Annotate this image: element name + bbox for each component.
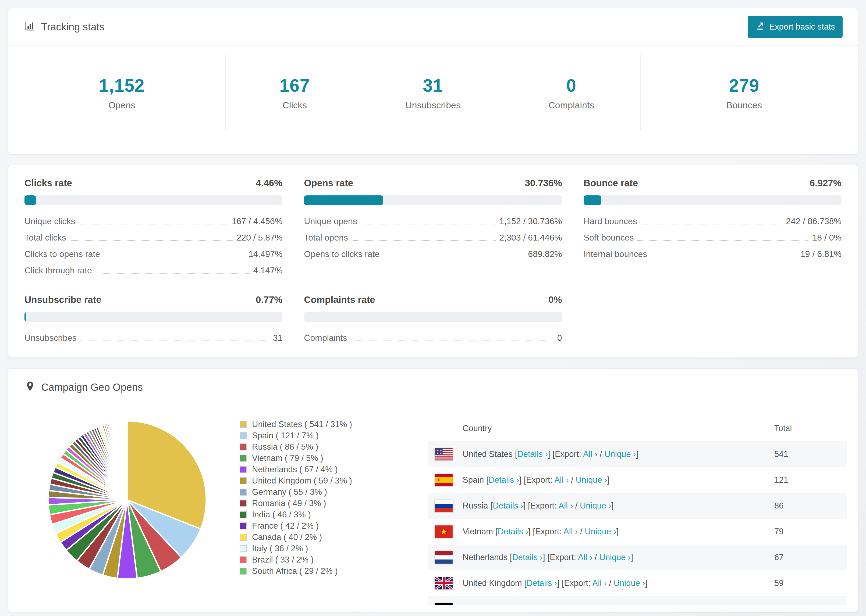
rate-row-value: 14.497% <box>249 249 282 259</box>
rate-block-unsubscribe-rate: Unsubscribe rate 0.77% Unsubscribes 31 <box>24 294 282 343</box>
export-all-link-united-states[interactable]: All › <box>583 449 597 459</box>
export-unique-link-united-states[interactable]: Unique › <box>604 449 636 459</box>
progress-track-unsubscribe-rate <box>24 312 282 322</box>
stat-card-unsubscribes: 31 Unsubscribes <box>364 55 502 130</box>
dotted-leader <box>641 224 783 225</box>
rate-row-unique-clicks: Unique clicks 167 / 4.456% <box>24 216 282 226</box>
total-cell: 55 <box>774 604 836 605</box>
dotted-leader <box>361 224 496 225</box>
export-unique-link-spain[interactable]: Unique › <box>576 475 607 485</box>
details-link-spain[interactable]: Details › <box>489 475 519 485</box>
details-link-russia[interactable]: Details › <box>493 501 523 511</box>
country-cell: Germany [Details ›] [Export: All › / Uni… <box>463 604 774 605</box>
legend-label: Spain ( 121 / 7% ) <box>252 431 319 440</box>
rate-row-label: Soft bounces <box>584 233 634 243</box>
rate-title: Unsubscribe rate <box>24 294 101 305</box>
summary-grid: 1,152 Opens167 Clicks31 Unsubscribes0 Co… <box>18 55 848 130</box>
export-basic-stats-button[interactable]: Export basic stats <box>748 16 842 38</box>
progress-fill <box>24 195 36 205</box>
details-link-vietnam[interactable]: Details › <box>498 527 528 536</box>
export-all-link-spain[interactable]: All › <box>554 475 568 485</box>
stat-value-complaints: 0 <box>566 75 576 96</box>
progress-fill <box>24 312 26 322</box>
export-all-link-netherlands[interactable]: All › <box>578 553 592 562</box>
details-link-netherlands[interactable]: Details › <box>512 553 543 562</box>
dotted-leader <box>351 341 553 341</box>
export-unique-link-netherlands[interactable]: Unique › <box>599 553 631 562</box>
rate-row-value: 242 / 86.738% <box>786 216 842 226</box>
geo-chart-area: United States ( 541 / 31% ) Spain ( 121 … <box>8 406 428 581</box>
details-link-united-kingdom[interactable]: Details › <box>527 578 557 588</box>
total-cell: 86 <box>774 501 836 511</box>
rate-row-value: 19 / 6.81% <box>800 249 842 259</box>
tracking-stats-card: Tracking stats Export basic stats 1,152 … <box>8 8 858 154</box>
export-unique-link-vietnam[interactable]: Unique › <box>585 527 616 536</box>
rate-title-row: Bounce rate 6.927% <box>584 178 842 189</box>
legend-label: Vietnam ( 79 / 5% ) <box>252 453 323 463</box>
legend-item-canada: Canada ( 40 / 2% ) <box>239 532 352 543</box>
geo-table-row-russia: Russia [Details ›] [Export: All › / Uniq… <box>428 493 847 519</box>
legend-item-south-africa: South Africa ( 29 / 2% ) <box>239 566 352 577</box>
rate-rows: Unique clicks 167 / 4.456% Total clicks … <box>24 216 282 275</box>
rate-row-label: Total clicks <box>24 233 66 243</box>
legend-label: Netherlands ( 67 / 4% ) <box>252 465 338 475</box>
stat-label-bounces: Bounces <box>726 100 762 110</box>
legend-swatch <box>239 534 247 541</box>
rate-row-label: Click through rate <box>24 266 92 275</box>
export-unique-link-germany[interactable]: Unique › <box>589 604 620 605</box>
export-button-label: Export basic stats <box>769 22 835 32</box>
rate-title-row: Complaints rate 0% <box>304 294 562 305</box>
flag-icon-es <box>435 474 453 486</box>
country-cell: Netherlands [Details ›] [Export: All › /… <box>463 553 774 562</box>
legend-swatch <box>239 466 247 473</box>
country-name: United States <box>463 449 513 459</box>
legend-item-germany: Germany ( 55 / 3% ) <box>239 486 352 498</box>
column-header-total: Total <box>774 424 836 433</box>
export-unique-link-russia[interactable]: Unique › <box>580 501 611 511</box>
rate-row-label: Unique opens <box>304 216 357 226</box>
rate-value: 0% <box>548 294 562 305</box>
dotted-leader <box>383 257 524 257</box>
export-all-link-germany[interactable]: All › <box>567 604 581 605</box>
legend-swatch <box>239 545 247 552</box>
details-link-united-states[interactable]: Details › <box>517 449 548 459</box>
rate-value: 30.736% <box>525 178 562 189</box>
rate-row-value: 689.82% <box>528 249 562 259</box>
rate-rows: Hard bounces 242 / 86.738% Soft bounces … <box>584 216 842 259</box>
rate-row-label: Unsubscribes <box>24 333 77 343</box>
progress-track-opens-rate <box>304 195 562 205</box>
export-unique-link-united-kingdom[interactable]: Unique › <box>614 578 645 588</box>
rate-block-clicks-rate: Clicks rate 4.46% Unique clicks 167 / 4.… <box>24 178 282 275</box>
stat-label-opens: Opens <box>109 100 135 110</box>
rate-row-value: 4.147% <box>254 266 283 275</box>
legend-swatch <box>239 556 247 563</box>
rate-rows: Unique opens 1,152 / 30.736% Total opens… <box>304 216 562 259</box>
total-cell: 121 <box>774 475 836 485</box>
export-all-link-russia[interactable]: All › <box>559 501 573 511</box>
country-name: Netherlands <box>463 553 507 562</box>
legend-item-spain: Spain ( 121 / 7% ) <box>239 430 352 441</box>
rate-rows: Unsubscribes 31 <box>24 333 282 343</box>
geo-table-row-netherlands: Netherlands [Details ›] [Export: All › /… <box>428 545 847 570</box>
rate-row-value: 0 <box>557 333 562 343</box>
legend-item-united-states: United States ( 541 / 31% ) <box>239 419 352 430</box>
tracking-stats-page: Tracking stats Export basic stats 1,152 … <box>0 0 866 616</box>
geo-table-body: United States [Details ›] [Export: All ›… <box>428 441 847 605</box>
geo-legend: United States ( 541 / 31% ) Spain ( 121 … <box>239 419 352 581</box>
rate-block-opens-rate: Opens rate 30.736% Unique opens 1,152 / … <box>304 178 562 275</box>
geo-opens-card: Campaign Geo Opens United States ( 541 /… <box>8 368 858 612</box>
export-all-link-vietnam[interactable]: All › <box>564 527 578 536</box>
geo-opens-title: Campaign Geo Opens <box>41 382 143 393</box>
details-link-germany[interactable]: Details › <box>502 604 532 605</box>
legend-swatch <box>239 421 247 428</box>
country-name: United Kingdom <box>463 578 522 588</box>
rate-row-complaints: Complaints 0 <box>304 333 562 343</box>
rate-row-label: Total opens <box>304 233 348 243</box>
legend-item-netherlands: Netherlands ( 67 / 4% ) <box>239 464 352 475</box>
progress-fill <box>304 195 383 205</box>
dotted-leader <box>352 240 496 241</box>
export-all-link-united-kingdom[interactable]: All › <box>592 578 606 588</box>
legend-label: United Kingdom ( 59 / 3% ) <box>252 476 352 486</box>
legend-item-united-kingdom: United Kingdom ( 59 / 3% ) <box>239 475 352 486</box>
legend-label: Romania ( 49 / 3% ) <box>252 498 326 508</box>
